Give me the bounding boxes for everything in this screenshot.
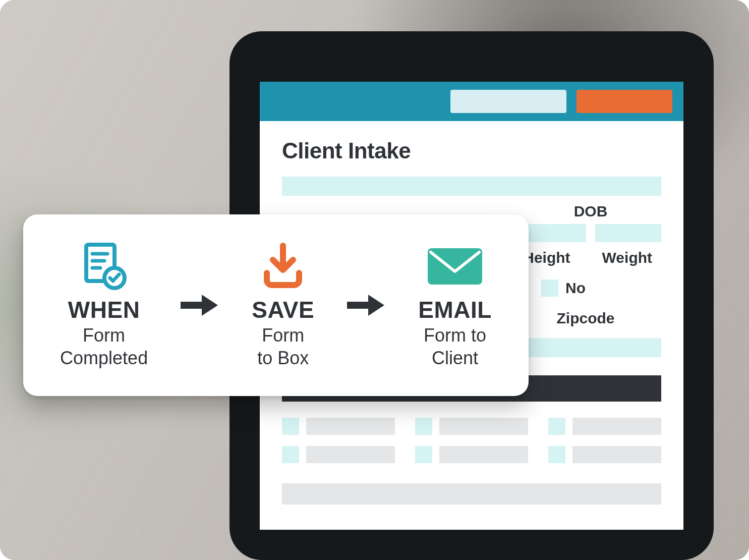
options-row-1 — [282, 418, 661, 435]
app-topbar — [260, 82, 683, 121]
document-check-icon — [76, 242, 132, 290]
step-headline: EMAIL — [418, 296, 492, 323]
list-item[interactable] — [282, 446, 395, 463]
checkbox-icon — [415, 418, 432, 435]
list-item[interactable] — [548, 418, 661, 435]
dob-field-1[interactable] — [520, 224, 586, 242]
footer-bar — [282, 483, 661, 505]
workflow-step-when: WHEN Form Completed — [60, 242, 148, 369]
arrow-right-icon — [345, 292, 387, 319]
zipcode-label: Zipcode — [556, 310, 614, 327]
option-label-placeholder — [439, 446, 528, 463]
arrow-right-icon — [179, 292, 221, 319]
workflow-step-save: SAVE Form to Box — [252, 242, 314, 369]
dob-field-2[interactable] — [595, 224, 661, 242]
step-subtext: Client — [432, 347, 478, 369]
option-label-placeholder — [572, 418, 661, 435]
step-subtext: Form — [83, 324, 125, 346]
page-title: Client Intake — [282, 138, 661, 163]
no-option[interactable]: No — [541, 279, 586, 297]
topbar-search-placeholder[interactable] — [450, 90, 566, 113]
option-label-placeholder — [572, 446, 661, 463]
envelope-icon — [425, 242, 485, 290]
step-subtext: Completed — [60, 347, 148, 369]
step-subtext: to Box — [257, 347, 309, 369]
topbar-primary-button[interactable] — [577, 90, 672, 113]
step-subtext: Form to — [424, 324, 486, 346]
checkbox-icon — [548, 446, 565, 463]
checkbox-icon — [282, 446, 299, 463]
step-subtext: Form — [262, 324, 304, 346]
option-label-placeholder — [306, 418, 395, 435]
option-label-placeholder — [439, 418, 528, 435]
illustration-stage: Client Intake DOB Height — [0, 0, 749, 560]
checkbox-icon — [415, 446, 432, 463]
weight-label: Weight — [602, 249, 652, 266]
name-field[interactable] — [282, 177, 661, 196]
options-row-2 — [282, 446, 661, 463]
list-item[interactable] — [282, 418, 395, 435]
checkbox-icon — [548, 418, 565, 435]
step-headline: WHEN — [68, 296, 140, 323]
workflow-step-email: EMAIL Form to Client — [418, 242, 492, 369]
workflow-card: WHEN Form Completed SAVE Form to Box — [23, 214, 529, 396]
step-headline: SAVE — [252, 296, 314, 323]
list-item[interactable] — [548, 446, 661, 463]
download-icon — [258, 242, 308, 290]
height-label: Height — [523, 249, 570, 266]
checkbox-icon — [282, 418, 299, 435]
svg-rect-5 — [428, 248, 482, 285]
list-item[interactable] — [415, 418, 528, 435]
list-item[interactable] — [415, 446, 528, 463]
option-label-placeholder — [306, 446, 395, 463]
dob-label: DOB — [574, 203, 608, 220]
checkbox-icon — [541, 279, 558, 297]
no-label: No — [565, 279, 586, 297]
